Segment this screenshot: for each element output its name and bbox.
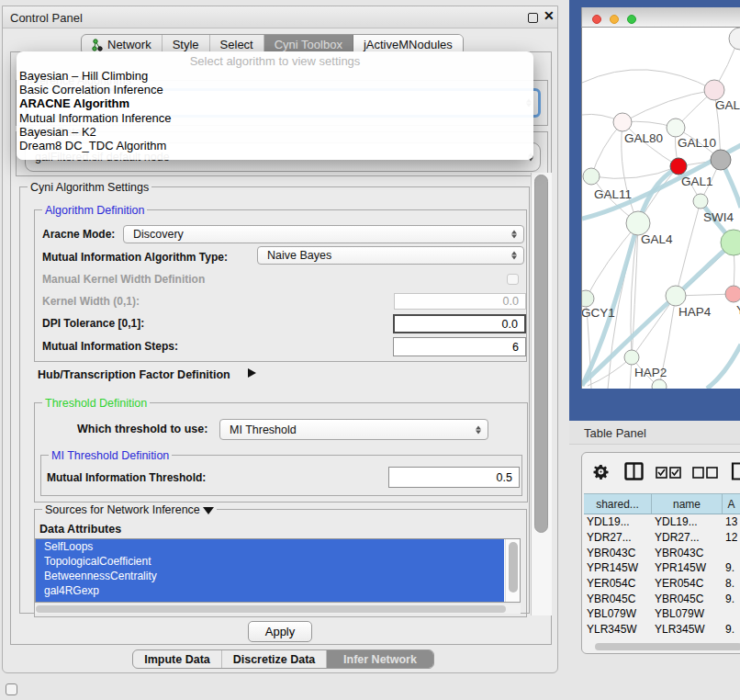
minimize-traffic-icon[interactable] xyxy=(610,15,619,24)
table-row[interactable]: YBR045CYBR045C9. xyxy=(584,591,740,606)
network-node[interactable] xyxy=(667,119,685,137)
apply-button[interactable]: Apply xyxy=(248,621,312,642)
data-attributes-label: Data Attributes xyxy=(39,523,121,536)
dropdown-item[interactable]: ARACNE Algorithm xyxy=(17,96,533,110)
table-cell: YLR345W xyxy=(652,623,723,636)
tab-infer-network[interactable]: Infer Network xyxy=(327,650,433,668)
network-view-window: GAL7GAL80GAL10GAL1GAL11SWI4GAL4GCY1HAP4Y… xyxy=(581,7,740,389)
kernel-width-label: Kernel Width (0,1): xyxy=(42,295,140,308)
table-cell: YPR145W xyxy=(652,561,723,574)
network-node[interactable] xyxy=(624,350,639,365)
table-hscrollbar[interactable] xyxy=(586,642,740,651)
which-threshold-combo[interactable]: MI Threshold xyxy=(219,419,488,440)
network-node[interactable] xyxy=(670,158,687,175)
attribute-item[interactable]: gal4RGexp xyxy=(36,583,504,598)
dock-window-icon[interactable] xyxy=(6,683,17,695)
network-node[interactable] xyxy=(725,286,740,302)
close-traffic-icon[interactable] xyxy=(592,15,601,24)
attribute-item[interactable]: TopologicalCoefficient xyxy=(36,554,504,569)
network-canvas[interactable]: GAL7GAL80GAL10GAL1GAL11SWI4GAL4GCY1HAP4Y… xyxy=(581,28,740,389)
network-node[interactable] xyxy=(652,379,667,389)
table-row[interactable]: YER054CYER054C8. xyxy=(584,576,740,592)
mi-steps-input[interactable]: 6 xyxy=(393,337,526,356)
mi-threshold-label: Mutual Information Threshold: xyxy=(47,471,206,484)
node-label: GAL1 xyxy=(681,175,713,188)
data-attributes-list[interactable]: SelfLoopsTopologicalCoefficientBetweenne… xyxy=(35,538,521,603)
network-node[interactable] xyxy=(729,28,740,50)
network-node[interactable] xyxy=(666,286,686,306)
table-cell: YDL19... xyxy=(652,515,723,528)
table-cell: YBR043C xyxy=(584,547,652,559)
collapse-arrow-icon[interactable] xyxy=(203,507,214,514)
node-label: GAL80 xyxy=(624,131,663,145)
node-label: GCY1 xyxy=(582,306,615,320)
dropdown-item[interactable]: Mutual Information Inference xyxy=(17,111,533,125)
mi-threshold-input[interactable]: 0.5 xyxy=(388,467,520,488)
network-node[interactable] xyxy=(693,194,708,209)
kernel-width-input[interactable]: 0.0 xyxy=(394,293,526,310)
table-row[interactable]: YDL19...YDL19...13 xyxy=(584,514,740,530)
network-edge[interactable] xyxy=(622,90,714,122)
table-row[interactable]: YBR043CYBR043C xyxy=(584,545,740,560)
close-icon[interactable]: ✕ xyxy=(544,8,555,23)
control-panel-window: Control Panel ✕ Network Style Select Cyn… xyxy=(2,6,558,673)
aracne-mode-combo[interactable]: Discovery xyxy=(123,225,524,243)
network-node[interactable] xyxy=(582,290,594,307)
select-all-icon[interactable] xyxy=(656,466,681,482)
table-cell: 12 xyxy=(723,531,737,544)
manual-kernel-width-checkbox[interactable] xyxy=(507,274,519,285)
node-label: GAL4 xyxy=(641,232,673,246)
network-edge[interactable] xyxy=(586,223,638,299)
dropdown-item[interactable]: Basic Correlation Inference xyxy=(17,83,533,96)
column-header-name[interactable]: name xyxy=(652,494,723,514)
network-node[interactable] xyxy=(704,80,724,100)
list-vscrollbar[interactable] xyxy=(505,539,521,603)
expand-arrow-icon[interactable] xyxy=(248,368,256,378)
tab-impute-data[interactable]: Impute Data xyxy=(133,650,222,668)
dropdown-item[interactable]: Dream8 DC_TDC Algorithm xyxy=(17,139,533,152)
stepper-icon xyxy=(476,425,481,434)
dropdown-item[interactable]: Bayesian – Hill Climbing xyxy=(17,69,533,83)
attribute-item[interactable] xyxy=(36,598,504,603)
table-row[interactable]: YBL079WYBL079W xyxy=(584,606,740,622)
network-edge[interactable] xyxy=(632,296,676,357)
settings-scrollbar[interactable] xyxy=(531,173,552,615)
column-header-shared-name[interactable]: shared... xyxy=(584,494,652,514)
table-hscrollbar-thumb[interactable] xyxy=(595,643,740,650)
network-edge[interactable] xyxy=(582,70,714,90)
table-cell: YLR345W xyxy=(584,623,652,636)
deselect-all-icon[interactable] xyxy=(692,466,718,482)
document-icon[interactable] xyxy=(731,462,740,484)
scrollbar-thumb[interactable] xyxy=(534,175,548,533)
tab-discretize-data[interactable]: Discretize Data xyxy=(222,650,327,668)
zoom-traffic-icon[interactable] xyxy=(627,15,636,24)
dpi-tolerance-input[interactable]: 0.0 xyxy=(393,314,526,333)
column-header-third[interactable]: A xyxy=(723,494,740,514)
dropdown-item[interactable]: Bayesian – K2 xyxy=(17,125,533,139)
network-edge-highlighted[interactable] xyxy=(707,344,740,389)
attribute-item[interactable]: BetweennessCentrality xyxy=(36,569,504,583)
list-hscrollbar[interactable] xyxy=(35,604,521,614)
control-panel-title: Control Panel xyxy=(10,11,83,25)
float-window-icon[interactable] xyxy=(528,13,538,23)
network-window-titlebar xyxy=(581,7,740,28)
stepper-icon xyxy=(511,252,517,260)
bottom-tabs: Impute Data Discretize Data Infer Networ… xyxy=(132,649,434,669)
network-node[interactable] xyxy=(613,113,632,131)
table-row[interactable]: YDR27...YDR27...12 xyxy=(584,530,740,546)
gear-icon[interactable] xyxy=(593,464,609,483)
network-node[interactable] xyxy=(711,150,731,170)
table-cell: YBR043C xyxy=(652,547,723,559)
network-node[interactable] xyxy=(583,168,600,185)
table-row[interactable]: YIL052CYIL052C0. xyxy=(584,638,740,641)
mi-algorithm-type-combo[interactable]: Naive Bayes xyxy=(257,246,524,265)
table-cell: 9. xyxy=(723,561,734,574)
table-cell: YER054C xyxy=(652,577,723,590)
list-vscrollbar-thumb[interactable] xyxy=(509,542,518,593)
attribute-item[interactable]: SelfLoops xyxy=(36,539,504,554)
list-hscrollbar-thumb[interactable] xyxy=(36,605,506,613)
table-row[interactable]: YPR145WYPR145W9. xyxy=(584,560,740,576)
columns-icon[interactable] xyxy=(624,462,644,484)
stepper-icon xyxy=(511,231,517,239)
table-row[interactable]: YLR345WYLR345W9. xyxy=(584,622,740,638)
